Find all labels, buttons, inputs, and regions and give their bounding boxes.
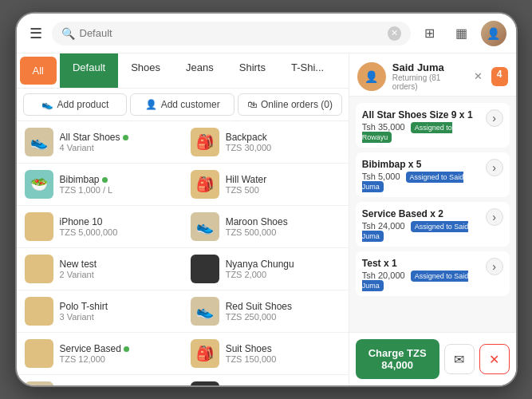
- product-thumbnail: 👟: [25, 381, 53, 385]
- order-qty-button[interactable]: ›: [486, 109, 503, 127]
- order-item-badge: Assigned to Rowayu: [362, 122, 452, 143]
- product-name: Hill Water: [226, 174, 341, 185]
- product-price: TZS 250,000: [226, 312, 341, 322]
- order-item-price: Tsh 5,000 Assigned to Said Juma: [362, 172, 481, 191]
- order-item-name: Bibimbap x 5: [362, 159, 481, 170]
- search-clear-btn[interactable]: ✕: [388, 26, 400, 41]
- customer-close-btn[interactable]: ✕: [469, 67, 488, 86]
- product-price: TZS 30,000: [226, 143, 341, 152]
- product-info: Backpack TZS 30,000: [226, 132, 341, 152]
- product-item[interactable]: Nyanya Chungu TZS 2,000: [183, 248, 349, 290]
- order-item-badge: Assigned to Said Juma: [362, 271, 468, 291]
- search-input[interactable]: [80, 27, 384, 39]
- add-product-button[interactable]: 👟 Add product: [23, 93, 128, 116]
- product-item[interactable]: 👟 All Star Shoes 4 Variant: [17, 121, 183, 164]
- product-price: TZS 2,000: [226, 270, 341, 279]
- product-price: TZS 500,000: [226, 227, 341, 237]
- product-info: Maroon Shoes TZS 500,000: [226, 216, 341, 237]
- product-thumbnail: [191, 381, 219, 385]
- product-item[interactable]: 🎒 Hill Water TZS 500: [183, 164, 349, 206]
- product-item[interactable]: New test 2 Variant: [17, 248, 183, 290]
- product-name: Suit Shoes: [226, 343, 341, 354]
- product-item[interactable]: Polo T-shirt 3 Variant: [17, 290, 183, 333]
- product-item[interactable]: iPhone 10 TZS 5,000,000: [17, 206, 183, 248]
- product-info: Bibimbap TZS 1,000 / L: [60, 174, 175, 195]
- product-name: Maroon Shoes: [226, 216, 341, 227]
- user-avatar[interactable]: 👤: [481, 21, 506, 46]
- product-item[interactable]: 👟 Red Suit Shoes TZS 250,000: [183, 290, 349, 333]
- product-item[interactable]: 👟 Maroon Shoes TZS 500,000: [183, 206, 349, 248]
- product-name: Bibimbap: [60, 174, 175, 185]
- barcode-icon[interactable]: ▦: [449, 21, 475, 46]
- online-orders-icon: 🛍: [247, 99, 257, 110]
- add-customer-button[interactable]: 👤 Add customer: [130, 93, 234, 116]
- product-thumbnail: [25, 297, 53, 326]
- top-bar-icons: ⊞ ▦ 👤: [417, 21, 506, 46]
- product-meta: 2 Variant: [60, 270, 175, 279]
- charge-button[interactable]: Charge TZS 84,000: [356, 339, 439, 379]
- product-name: All Star Shoes: [60, 132, 175, 143]
- product-item[interactable]: 🎒 Backpack TZS 30,000: [183, 121, 349, 164]
- tab-default[interactable]: Default: [60, 53, 118, 88]
- order-item-name: Test x 1: [362, 258, 481, 269]
- cart-badge[interactable]: 4: [491, 67, 508, 86]
- order-item-price: Tsh 20,000 Assigned to Said Juma: [362, 271, 481, 290]
- grid-view-icon[interactable]: ⊞: [417, 21, 443, 46]
- order-item: Test x 1 Tsh 20,000 Assigned to Said Jum…: [356, 251, 510, 296]
- email-button[interactable]: ✉: [444, 344, 475, 374]
- product-meta: 4 Variant: [60, 143, 175, 152]
- product-price: TZS 500: [226, 185, 341, 195]
- menu-icon[interactable]: ☰: [26, 22, 45, 45]
- product-name: Red Suit Shoes: [226, 301, 341, 312]
- tab-all[interactable]: All: [20, 57, 57, 85]
- order-item: Service Based x 2 Tsh 24,000 Assigned to…: [356, 202, 510, 247]
- product-meta: TZS 1,000 / L: [60, 185, 175, 195]
- product-info: Suit Shoes TZS 150,000: [226, 343, 341, 364]
- product-list: 👟 All Star Shoes 4 Variant 🎒 Backpack TZ…: [17, 121, 349, 385]
- order-qty-button[interactable]: ›: [486, 208, 503, 226]
- tab-shoes[interactable]: Shoes: [118, 53, 173, 88]
- product-info: Red Suit Shoes TZS 250,000: [226, 301, 341, 322]
- order-item-badge: Assigned to Said Juma: [362, 221, 468, 242]
- product-item[interactable]: 👟 Suit Shoes TZS 250,000: [17, 375, 183, 385]
- order-item-info: Test x 1 Tsh 20,000 Assigned to Said Jum…: [362, 258, 481, 290]
- product-price: TZS 150,000: [226, 354, 341, 364]
- product-info: Nyanya Chungu TZS 2,000: [226, 259, 341, 279]
- tab-shirts[interactable]: Shirts: [227, 53, 278, 88]
- search-icon: 🔍: [61, 27, 75, 40]
- search-box: 🔍 ✕: [52, 22, 411, 45]
- add-customer-label: Add customer: [161, 99, 220, 110]
- product-item[interactable]: Test TZS 20,000: [183, 375, 349, 385]
- product-thumbnail: [25, 339, 53, 368]
- product-name: Backpack: [226, 132, 341, 143]
- product-name: Nyanya Chungu: [226, 259, 341, 270]
- order-qty-button[interactable]: ›: [486, 258, 503, 275]
- product-item[interactable]: Service Based TZS 12,000: [17, 333, 183, 375]
- product-name: New test: [60, 259, 175, 270]
- order-item-badge: Assigned to Said Juma: [362, 172, 463, 192]
- tab-jeans[interactable]: Jeans: [173, 53, 227, 88]
- product-thumbnail: 👟: [191, 212, 219, 241]
- order-item-name: All Star Shoes Size 9 x 1: [362, 109, 481, 120]
- product-item[interactable]: 🎒 Suit Shoes TZS 150,000: [183, 333, 349, 375]
- customer-avatar: 👤: [357, 62, 386, 91]
- category-tabs: All Default Shoes Jeans Shirts T-Shi...: [17, 53, 349, 89]
- product-thumbnail: 👟: [191, 297, 219, 326]
- customer-sub: Returning (81 orders): [392, 73, 463, 91]
- customer-info: Said Juma Returning (81 orders): [392, 61, 463, 91]
- left-panel: All Default Shoes Jeans Shirts T-Shi... …: [17, 53, 349, 385]
- tab-tshirt[interactable]: T-Shi...: [278, 53, 337, 88]
- add-product-icon: 👟: [41, 99, 53, 110]
- product-item[interactable]: 🥗 Bibimbap TZS 1,000 / L: [17, 164, 183, 206]
- product-info: iPhone 10 TZS 5,000,000: [60, 216, 175, 237]
- product-thumbnail: [25, 212, 53, 241]
- order-qty-button[interactable]: ›: [486, 159, 503, 176]
- product-thumbnail: 🥗: [25, 170, 53, 199]
- product-thumbnail: 🎒: [191, 170, 219, 199]
- top-bar: ☰ 🔍 ✕ ⊞ ▦ 👤: [17, 14, 516, 53]
- cancel-button[interactable]: ✕: [479, 344, 510, 374]
- order-item-price: Tsh 24,000 Assigned to Said Juma: [362, 221, 481, 240]
- product-name: iPhone 10: [60, 216, 175, 227]
- online-orders-button[interactable]: 🛍 Online orders (0): [238, 93, 342, 116]
- customer-header: 👤 Said Juma Returning (81 orders) ✕ 4: [349, 53, 516, 97]
